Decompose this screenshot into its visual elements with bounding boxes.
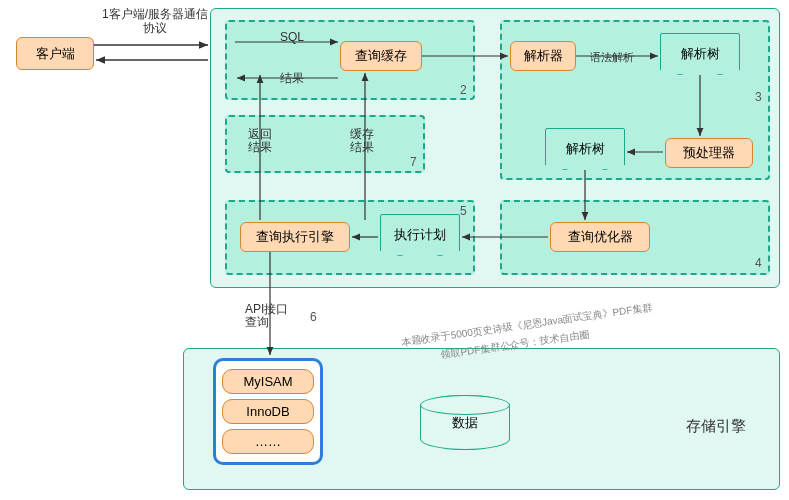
protocol-label: 1客户端/服务器通信协议 — [100, 7, 210, 36]
parser-box: 解析器 — [510, 41, 576, 71]
query-cache-box: 查询缓存 — [340, 41, 422, 71]
optimizer-label: 查询优化器 — [568, 228, 633, 246]
parser-label: 解析器 — [524, 47, 563, 65]
return-result-label: 返回结果 — [248, 128, 276, 154]
num-4: 4 — [755, 256, 762, 270]
num-7: 7 — [410, 155, 417, 169]
parse-tree-1: 解析树 — [660, 33, 740, 75]
num-6: 6 — [310, 310, 317, 324]
num-2: 2 — [460, 83, 467, 97]
exec-engine-label: 查询执行引擎 — [256, 228, 334, 246]
preprocessor-label: 预处理器 — [683, 144, 735, 162]
engine-myisam: MyISAM — [222, 369, 314, 394]
exec-plan-doc: 执行计划 — [380, 214, 460, 256]
engine-more: …… — [222, 429, 314, 454]
api-label: API接口查询 — [245, 303, 295, 329]
sql-label: SQL — [280, 30, 304, 44]
preprocessor-box: 预处理器 — [665, 138, 753, 168]
storage-title: 存储引擎 — [686, 417, 746, 436]
parse-tree-2-label: 解析树 — [566, 140, 605, 158]
engine-innodb: InnoDB — [222, 399, 314, 424]
data-cylinder: 数据 — [420, 395, 510, 450]
syntax-parse-label: 语法解析 — [590, 50, 634, 65]
data-label: 数据 — [452, 414, 478, 432]
num-5: 5 — [460, 204, 467, 218]
result-label: 结果 — [280, 70, 304, 87]
client-box: 客户端 — [16, 37, 94, 70]
client-label: 客户端 — [36, 45, 75, 63]
parse-tree-1-label: 解析树 — [681, 45, 720, 63]
optimizer-box: 查询优化器 — [550, 222, 650, 252]
engines-container: MyISAM InnoDB …… — [213, 358, 323, 465]
cache-result-label: 缓存结果 — [350, 128, 378, 154]
exec-plan-label: 执行计划 — [394, 226, 446, 244]
query-cache-label: 查询缓存 — [355, 47, 407, 65]
num-3: 3 — [755, 90, 762, 104]
parse-tree-2: 解析树 — [545, 128, 625, 170]
exec-engine-box: 查询执行引擎 — [240, 222, 350, 252]
